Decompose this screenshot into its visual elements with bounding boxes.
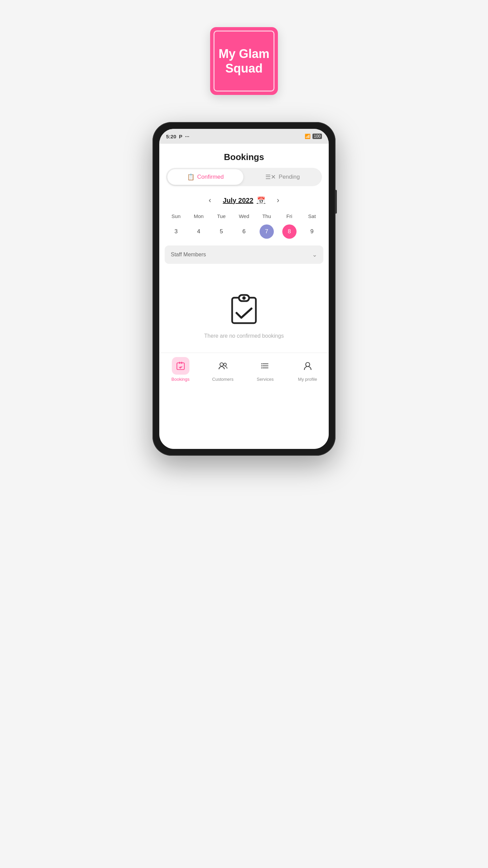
calendar-icon[interactable]: 📅: [257, 196, 265, 204]
nav-item-bookings[interactable]: Bookings: [159, 357, 202, 382]
confirmed-icon: 📋: [187, 173, 195, 181]
phone-frame: 5:20 P ··· 📶 100 Bookings 📋 Confirmed ☰✕: [152, 122, 336, 456]
nav-item-customers[interactable]: Customers: [202, 357, 244, 382]
clipboard-check-icon: [227, 291, 261, 325]
svg-point-14: [261, 368, 262, 369]
day-3[interactable]: 3: [165, 223, 187, 240]
services-nav-label: Services: [257, 377, 274, 382]
day-header-thu: Thu: [255, 212, 278, 220]
confirmed-label: Confirmed: [197, 174, 224, 180]
day-5[interactable]: 5: [210, 223, 233, 240]
day-row-week: 3 4 5 6 7 8 9: [165, 223, 323, 240]
day-7[interactable]: 7: [255, 223, 278, 240]
month-label: July 2022 📅: [223, 196, 265, 204]
customers-icon: [218, 361, 228, 371]
pending-icon: ☰✕: [265, 173, 276, 181]
battery-icon: 100: [312, 134, 322, 139]
tab-switcher: 📋 Confirmed ☰✕ Pending: [166, 168, 322, 186]
svg-point-15: [306, 362, 310, 367]
my-profile-icon-wrap: [299, 357, 317, 375]
svg-point-8: [224, 363, 226, 366]
svg-point-7: [220, 363, 223, 366]
bookings-icon: [176, 361, 185, 371]
phone-screen: 5:20 P ··· 📶 100 Bookings 📋 Confirmed ☰✕: [159, 129, 329, 449]
dropdown-arrow-icon: ⌄: [312, 251, 317, 258]
logo-text: My GlamSquad: [219, 46, 269, 76]
customers-nav-label: Customers: [212, 377, 233, 382]
side-button: [335, 190, 337, 214]
day-header-mon: Mon: [187, 212, 210, 220]
page-title: Bookings: [159, 144, 329, 168]
my-profile-icon: [303, 361, 312, 371]
day-circle-8: 8: [282, 224, 297, 239]
status-time: 5:20: [166, 134, 176, 139]
customers-icon-wrap: [214, 357, 232, 375]
services-icon-wrap: [257, 357, 274, 375]
wifi-icon: 📶: [305, 134, 310, 139]
screen-content: Bookings 📋 Confirmed ☰✕ Pending ‹ July 2…: [159, 144, 329, 449]
day-8[interactable]: 8: [278, 223, 301, 240]
status-carrier: P: [179, 134, 182, 139]
svg-point-13: [261, 366, 262, 367]
staff-members-dropdown[interactable]: Staff Members ⌄: [165, 245, 323, 264]
month-text: July 2022: [223, 197, 253, 204]
app-logo: My GlamSquad: [210, 27, 278, 95]
svg-point-2: [242, 296, 246, 300]
tab-pending[interactable]: ☰✕ Pending: [245, 169, 321, 185]
svg-point-12: [261, 363, 262, 364]
staff-dropdown-label: Staff Members: [171, 252, 206, 258]
nav-item-services[interactable]: Services: [244, 357, 286, 382]
pending-label: Pending: [279, 174, 300, 180]
day-header-tue: Tue: [210, 212, 233, 220]
svg-rect-3: [177, 363, 184, 370]
calendar-grid: Sun Mon Tue Wed Thu Fri Sat 3 4 5 6 7: [159, 212, 329, 240]
prev-month-button[interactable]: ‹: [204, 194, 216, 206]
bottom-nav: Bookings Customers: [159, 353, 329, 389]
svg-rect-4: [179, 362, 180, 364]
day-headers: Sun Mon Tue Wed Thu Fri Sat: [165, 212, 323, 220]
svg-rect-5: [181, 362, 182, 364]
bookings-icon-wrap: [172, 357, 189, 375]
day-header-sat: Sat: [301, 212, 323, 220]
day-9[interactable]: 9: [301, 223, 323, 240]
empty-state: There are no confirmed bookings: [159, 271, 329, 353]
status-menu: ···: [185, 134, 189, 139]
nav-item-my-profile[interactable]: My profile: [286, 357, 329, 382]
status-left: 5:20 P ···: [166, 134, 189, 139]
calendar-nav: ‹ July 2022 📅 ›: [159, 192, 329, 209]
day-header-wed: Wed: [233, 212, 256, 220]
tab-confirmed[interactable]: 📋 Confirmed: [167, 169, 243, 185]
day-circle-7: 7: [260, 224, 274, 239]
day-header-sun: Sun: [165, 212, 187, 220]
day-header-fri: Fri: [278, 212, 301, 220]
day-6[interactable]: 6: [233, 223, 256, 240]
next-month-button[interactable]: ›: [272, 194, 284, 206]
status-right: 📶 100: [305, 134, 322, 139]
day-4[interactable]: 4: [187, 223, 210, 240]
status-bar: 5:20 P ··· 📶 100: [159, 129, 329, 144]
services-icon: [261, 361, 270, 371]
my-profile-nav-label: My profile: [298, 377, 317, 382]
empty-message: There are no confirmed bookings: [204, 333, 284, 339]
bookings-nav-label: Bookings: [171, 377, 189, 382]
